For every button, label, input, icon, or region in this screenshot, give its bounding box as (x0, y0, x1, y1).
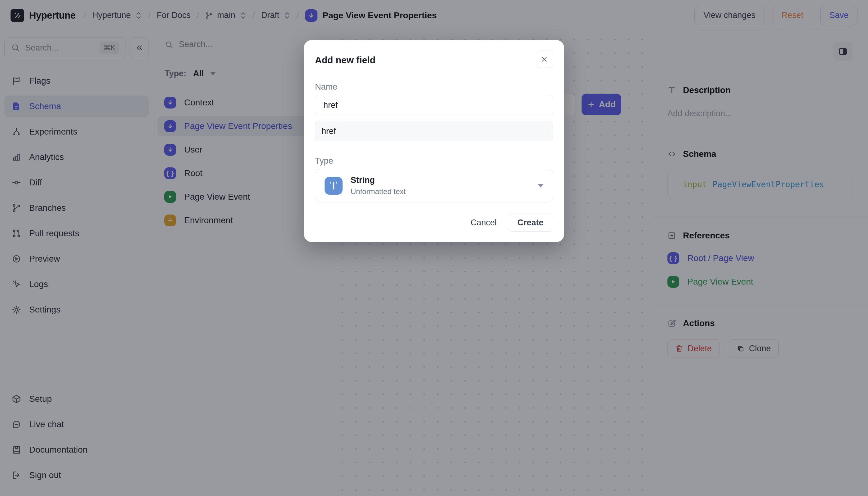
close-icon (540, 55, 548, 63)
type-value: String (351, 175, 405, 185)
cancel-button[interactable]: Cancel (470, 218, 497, 228)
caret-down-icon (538, 184, 543, 188)
name-label: Name (315, 82, 553, 91)
add-new-field-modal: Add new field Name Type T String Unforma… (304, 40, 564, 242)
name-field[interactable] (315, 95, 553, 115)
generated-field-name[interactable] (315, 121, 553, 141)
string-type-icon: T (325, 177, 343, 195)
type-label: Type (315, 156, 553, 165)
type-select[interactable]: T String Unformatted text (315, 169, 553, 202)
create-button[interactable]: Create (508, 214, 553, 232)
modal-title: Add new field (315, 50, 375, 65)
type-description: Unformatted text (351, 187, 405, 196)
close-button[interactable] (536, 50, 553, 68)
